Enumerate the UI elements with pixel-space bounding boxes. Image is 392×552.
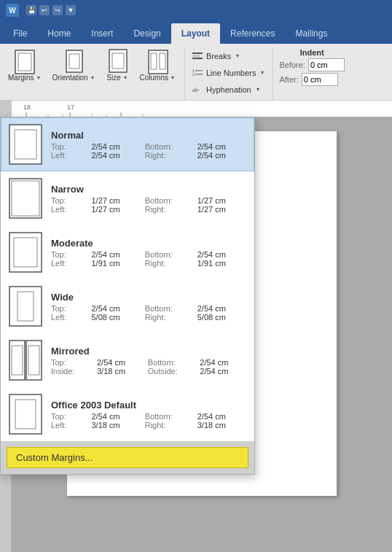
margin-details-mirrored: Top: 2/54 cm Bottom: 2/54 cm Inside: 3/1…	[51, 358, 248, 376]
svg-rect-9	[192, 53, 203, 54]
margin-preview-moderate	[7, 230, 44, 274]
tab-layout[interactable]: Layout	[171, 23, 220, 44]
svg-text:ab-: ab-	[192, 87, 200, 93]
margin-details-moderate: Top: 2/54 cm Bottom: 2/54 cm Left: 1/91 …	[51, 250, 248, 268]
orientation-button[interactable]: Orientation ▾	[49, 48, 100, 85]
margin-details-narrow: Top: 1/27 cm Bottom: 1/27 cm Left: 1/27 …	[51, 196, 248, 214]
indent-after-label: After:	[279, 75, 298, 84]
ribbon-tabs: File Home Insert Design Layout Reference…	[0, 20, 392, 44]
ribbon-group-indent: Indent Before: After:	[273, 47, 350, 100]
size-button[interactable]: Size ▾	[103, 48, 133, 85]
margin-info-normal: Normal Top: 2/54 cm Bottom: 2/54 cm Left…	[51, 130, 248, 160]
redo-button[interactable]: ↪	[52, 5, 63, 15]
margin-preview-normal	[7, 123, 44, 166]
columns-label: Columns	[140, 74, 168, 82]
margin-preview-office2003	[7, 392, 44, 436]
size-icon	[106, 50, 130, 74]
tab-insert[interactable]: Insert	[81, 23, 123, 44]
svg-rect-15	[195, 74, 203, 75]
hyphenation-icon: ab-	[192, 84, 203, 96]
margins-dropdown-arrow: ▾	[35, 74, 42, 82]
margin-info-narrow: Narrow Top: 1/27 cm Bottom: 1/27 cm Left…	[51, 184, 248, 214]
margin-name-office2003: Office 2003 Default	[51, 400, 248, 411]
svg-text:17: 17	[67, 104, 74, 111]
svg-rect-29	[9, 179, 42, 218]
tab-design[interactable]: Design	[123, 23, 170, 44]
margin-preview-wide	[7, 284, 44, 328]
margin-name-narrow: Narrow	[51, 184, 248, 195]
margins-icon	[13, 50, 36, 74]
undo-button[interactable]: ↩	[39, 5, 50, 15]
hyphenation-dropdown-arrow: ▾	[254, 86, 262, 93]
columns-dropdown-arrow: ▾	[169, 74, 176, 82]
line-numbers-dropdown-arrow: ▾	[259, 69, 266, 77]
indent-after-row: After:	[279, 73, 344, 86]
svg-text:18: 18	[23, 104, 31, 111]
margin-info-moderate: Moderate Top: 2/54 cm Bottom: 2/54 cm Le…	[51, 238, 248, 268]
margin-preview-mirrored	[7, 338, 44, 382]
custom-margins-container: Custom Margins...	[1, 441, 254, 474]
svg-rect-39	[9, 394, 42, 434]
margin-details-wide: Top: 2/54 cm Bottom: 2/54 cm Left: 5/08 …	[51, 304, 248, 322]
custom-margins-button[interactable]: Custom Margins...	[7, 447, 248, 468]
breaks-label: Breaks	[206, 52, 231, 61]
svg-text:2: 2	[192, 72, 195, 77]
margin-item-normal[interactable]: Normal Top: 2/54 cm Bottom: 2/54 cm Left…	[1, 117, 254, 171]
margins-dropdown: Normal Top: 2/54 cm Bottom: 2/54 cm Left…	[0, 117, 255, 475]
line-numbers-button[interactable]: 1 2 Line Numbers ▾	[188, 65, 270, 81]
ribbon: Margins ▾ Orientation ▾	[0, 44, 392, 101]
tab-home[interactable]: Home	[37, 23, 81, 44]
columns-icon	[146, 50, 170, 74]
breaks-icon	[192, 50, 203, 62]
ribbon-group-page-setup: Margins ▾ Orientation ▾	[0, 47, 185, 100]
save-button[interactable]: 💾	[26, 5, 36, 15]
margins-label: Margins	[8, 74, 34, 82]
indent-before-input[interactable]	[308, 58, 345, 71]
hyphenation-button[interactable]: ab- Hyphenation ▾	[188, 82, 270, 98]
svg-rect-33	[9, 287, 42, 326]
ruler-left-gray	[0, 101, 12, 117]
tab-references[interactable]: References	[220, 23, 285, 44]
indent-after-input[interactable]	[302, 73, 338, 86]
orientation-icon	[63, 50, 86, 74]
breaks-button[interactable]: Breaks ▾	[188, 48, 270, 64]
size-dropdown-arrow: ▾	[122, 74, 129, 82]
title-bar-controls: 💾 ↩ ↪ ▼	[26, 5, 76, 15]
margin-name-wide: Wide	[51, 292, 248, 303]
hyphenation-label: Hyphenation	[206, 85, 251, 94]
margin-preview-narrow	[7, 176, 44, 220]
margin-item-narrow[interactable]: Narrow Top: 1/27 cm Bottom: 1/27 cm Left…	[1, 171, 254, 225]
margin-info-wide: Wide Top: 2/54 cm Bottom: 2/54 cm Left: …	[51, 292, 248, 322]
indent-label: Indent	[279, 48, 344, 57]
orientation-label: Orientation	[52, 74, 88, 82]
line-numbers-icon: 1 2	[192, 67, 203, 79]
page-setup-buttons: Margins ▾ Orientation ▾	[4, 48, 180, 85]
margin-item-wide[interactable]: Wide Top: 2/54 cm Bottom: 2/54 cm Left: …	[1, 279, 254, 333]
svg-rect-6	[149, 50, 168, 74]
ruler-white-area: 18 17	[12, 101, 392, 117]
margin-item-office2003[interactable]: Office 2003 Default Top: 2/54 cm Bottom:…	[1, 387, 254, 441]
svg-rect-14	[195, 70, 203, 71]
columns-button[interactable]: Columns ▾	[136, 48, 180, 85]
margin-details-office2003: Top: 2/54 cm Bottom: 2/54 cm Left: 3/18 …	[51, 412, 248, 429]
horizontal-ruler: 18 17	[0, 101, 392, 117]
margin-name-normal: Normal	[51, 130, 248, 141]
margin-item-mirrored[interactable]: Mirrored Top: 2/54 cm Bottom: 2/54 cm In…	[1, 333, 254, 387]
margin-info-office2003: Office 2003 Default Top: 2/54 cm Bottom:…	[51, 400, 248, 429]
svg-rect-10	[192, 55, 200, 57]
title-bar: W 💾 ↩ ↪ ▼	[0, 0, 392, 20]
margin-details-normal: Top: 2/54 cm Bottom: 2/54 cm Left: 2/54 …	[51, 142, 248, 160]
breaks-dropdown-arrow: ▾	[234, 53, 241, 60]
margin-item-moderate[interactable]: Moderate Top: 2/54 cm Bottom: 2/54 cm Le…	[1, 225, 254, 279]
margin-info-mirrored: Mirrored Top: 2/54 cm Bottom: 2/54 cm In…	[51, 346, 248, 376]
svg-rect-31	[9, 233, 42, 272]
ribbon-group-page-setup-small: Breaks ▾ 1 2 Line Numbers ▾ ab- Hyphenat	[185, 47, 273, 100]
customize-quick-access-button[interactable]: ▼	[66, 5, 76, 15]
app-icon: W	[6, 4, 19, 17]
margins-button[interactable]: Margins ▾	[4, 48, 46, 85]
line-numbers-label: Line Numbers	[206, 69, 256, 77]
main-content: 6 Normal Top: 2/54 cm Bottom: 2/54 cm	[0, 117, 392, 552]
margin-name-mirrored: Mirrored	[51, 346, 248, 357]
tab-file[interactable]: File	[3, 23, 37, 44]
tab-mailings[interactable]: Mailings	[285, 23, 337, 44]
